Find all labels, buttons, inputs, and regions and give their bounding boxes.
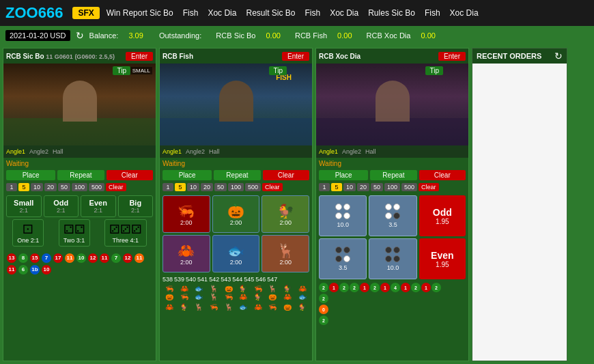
xd-bet-3black1white[interactable]: 3.5 [319, 238, 367, 279]
bet-deer[interactable]: 🦌 2:00 [261, 235, 309, 272]
chip-5[interactable]: 5 [18, 183, 29, 191]
xd-bet-4black[interactable]: 10.0 [369, 238, 416, 279]
chip-50[interactable]: 50 [58, 183, 70, 191]
sicbo-tip-button[interactable]: Tip [113, 66, 130, 75]
xd-chip-clear[interactable]: Clear [419, 183, 439, 191]
fh2-cell: 🐓 [178, 303, 192, 311]
fh2-cell: 🦀 [162, 303, 177, 311]
fish-history-grid-2: 🦀 🐓 🦌 🦐 🦌 🐟 🦀 🦐 🎃 🐓 [160, 302, 312, 312]
refresh-button[interactable]: ↻ [76, 30, 84, 41]
nav-fish-2[interactable]: Fish [302, 7, 324, 19]
xd-bet-odd[interactable]: Odd 1.95 [419, 195, 466, 236]
xocdia-angle-bar: Angle1 Angle2 Hall [316, 145, 468, 158]
fish-chip-clear[interactable]: Clear [262, 183, 283, 191]
xocdia-place-button[interactable]: Place [319, 170, 368, 180]
logo: ZOO666 [5, 4, 63, 22]
sicbo-status-text: Waiting [6, 160, 29, 167]
fish-chips: 1 5 10 20 50 100 500 Clear [160, 182, 312, 193]
bet-even[interactable]: Even 2:1 [81, 195, 116, 217]
chip-1[interactable]: 1 [6, 183, 17, 191]
xd-chip-10[interactable]: 10 [343, 183, 356, 191]
xocdia-hall[interactable]: Hall [365, 148, 376, 155]
hist-cell: 12 [123, 253, 132, 263]
balance-info: Balance: 3.09 Outstanding: RCB Sic Bo 0.… [89, 31, 444, 40]
xocdia-enter-button[interactable]: Enter [438, 52, 466, 61]
xd-chip-20[interactable]: 20 [357, 183, 369, 191]
xd-bet-3white1black[interactable]: 3.5 [369, 195, 416, 236]
bet-crab[interactable]: 🦀 2:00 [162, 235, 210, 272]
xd-chip-5[interactable]: 5 [331, 183, 342, 191]
fish-chip-500[interactable]: 500 [245, 183, 261, 191]
bet-big[interactable]: Big 2:1 [118, 195, 154, 217]
nav-fish-1[interactable]: Fish [180, 7, 201, 19]
fish-num: 544 [232, 276, 242, 283]
fish-num: 546 [255, 276, 266, 283]
chip-clear[interactable]: Clear [106, 183, 126, 191]
nav-xocdia-3[interactable]: Xoc Dia [447, 7, 481, 19]
xd-bet-4white[interactable]: 10.0 [319, 195, 367, 236]
fish-angle1[interactable]: Angle1 [162, 148, 182, 155]
fish-chip-20[interactable]: 20 [201, 183, 213, 191]
recent-orders-refresh[interactable]: ↻ [554, 51, 563, 61]
fish-actions: Place Repeat Clear [160, 169, 312, 182]
bet-odd[interactable]: Odd 2:1 [44, 195, 79, 217]
fish-chip-10[interactable]: 10 [187, 183, 199, 191]
xocdia-repeat-button[interactable]: Repeat [370, 170, 416, 180]
hist-cell: 6 [18, 265, 28, 275]
xd-chip-100[interactable]: 100 [384, 183, 400, 191]
fish-repeat-button[interactable]: Repeat [214, 170, 260, 180]
sicbo-hall[interactable]: Hall [53, 148, 63, 155]
sicbo-title: RCB Sic Bo 11 G0601 (G0600: 2.5,5) [6, 53, 115, 60]
fish-chip-50[interactable]: 50 [214, 183, 227, 191]
xocdia-tip-button[interactable]: Tip [425, 66, 443, 75]
bet-two[interactable]: ⚁⚁ Two 3:1 [59, 219, 90, 247]
bet-gourd[interactable]: 🎃 2:00 [212, 195, 260, 233]
nav-xocdia-2[interactable]: Xoc Dia [327, 7, 361, 19]
fish-chip-5[interactable]: 5 [175, 183, 186, 191]
fish-chip-100[interactable]: 100 [228, 183, 244, 191]
fish-clear-button[interactable]: Clear [263, 170, 309, 180]
bet-fish[interactable]: 🐟 2:00 [212, 235, 260, 272]
fish-history-nums: 538 539 540 541 542 543 544 545 546 547 [160, 275, 312, 283]
sicbo-repeat-button[interactable]: Repeat [57, 170, 104, 180]
fish-chip-1[interactable]: 1 [162, 183, 173, 191]
fh2-cell: 🦐 [207, 303, 221, 311]
fish-angle2[interactable]: Angle2 [186, 148, 205, 155]
xocdia-angle2[interactable]: Angle2 [342, 148, 361, 155]
fish-enter-button[interactable]: Enter [282, 52, 309, 61]
xocdia-status-text: Waiting [319, 160, 341, 167]
fish-hall[interactable]: Hall [209, 148, 220, 155]
chip-20[interactable]: 20 [44, 183, 57, 191]
bet-chicken[interactable]: 🐓 2:00 [261, 195, 309, 233]
nav-result-sicbo[interactable]: Result Sic Bo [243, 7, 298, 19]
fish-tip-button[interactable]: Tip [269, 66, 287, 75]
chip-10[interactable]: 10 [31, 183, 43, 191]
nav-xocdia-1[interactable]: Xoc Dia [205, 7, 239, 19]
gourd-odds: 2:00 [230, 219, 242, 226]
chip-500[interactable]: 500 [89, 183, 104, 191]
nav-win-report[interactable]: Win Report Sic Bo [104, 7, 176, 19]
sicbo-angle1[interactable]: Angle1 [6, 148, 25, 155]
bet-small[interactable]: Small 2:1 [6, 195, 42, 217]
sicbo-clear-button[interactable]: Clear [107, 170, 153, 180]
bet-shrimp[interactable]: 🦐 2:00 [162, 195, 210, 233]
xd-chip-500[interactable]: 500 [401, 183, 417, 191]
bet-three[interactable]: ⚂⚂⚂ Three 4:1 [104, 219, 147, 247]
chip-100[interactable]: 100 [72, 183, 87, 191]
nav-fish-3[interactable]: Fish [422, 7, 443, 19]
xd-4black-val: 10.0 [387, 264, 399, 271]
nav-rules-sicbo[interactable]: Rules Sic Bo [365, 7, 418, 19]
xocdia-status: Waiting [316, 158, 468, 169]
xd-chip-1[interactable]: 1 [319, 183, 330, 191]
sicbo-place-button[interactable]: Place [6, 170, 55, 180]
fish-place-button[interactable]: Place [162, 170, 212, 180]
hist-cell: 10 [42, 265, 51, 275]
xd-chip-50[interactable]: 50 [371, 183, 383, 191]
sfx-button[interactable]: SFX [72, 7, 99, 19]
bet-one[interactable]: ⚀ One 2:1 [12, 219, 44, 247]
xd-bet-even[interactable]: Even 1.95 [419, 238, 466, 279]
sicbo-enter-button[interactable]: Enter [126, 52, 153, 61]
xocdia-angle1[interactable]: Angle1 [319, 148, 338, 155]
xocdia-clear-button[interactable]: Clear [419, 170, 466, 180]
sicbo-angle2[interactable]: Angle2 [29, 148, 48, 155]
